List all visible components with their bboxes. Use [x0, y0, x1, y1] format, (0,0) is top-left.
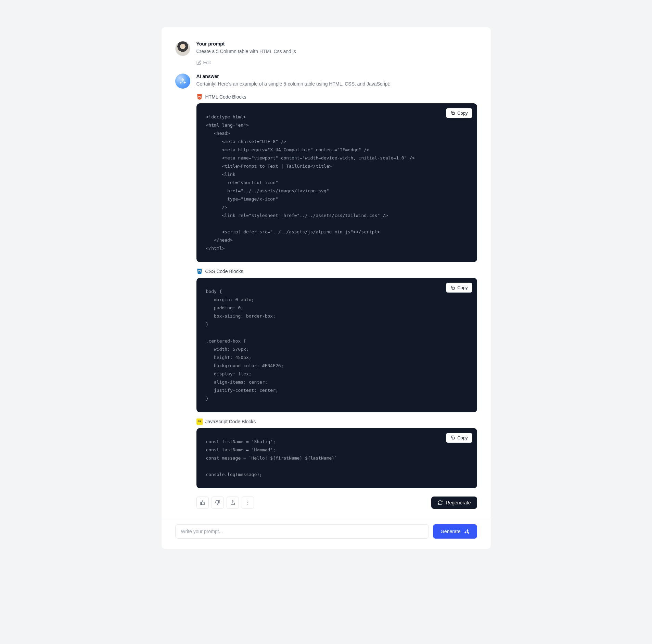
html5-icon — [196, 94, 203, 100]
copy-button[interactable]: Copy — [446, 283, 472, 293]
copy-label: Copy — [457, 435, 468, 440]
actions-row: Regenerate — [196, 497, 477, 509]
edit-button[interactable]: Edit — [196, 60, 211, 65]
user-message: Your prompt Create a 5 Column table with… — [175, 41, 477, 66]
js-code[interactable]: const fistName = 'Shafiq'; const lastNam… — [206, 438, 468, 479]
copy-icon — [450, 285, 455, 290]
more-button[interactable] — [242, 497, 254, 509]
thumbs-up-icon — [200, 500, 205, 505]
more-vertical-icon — [245, 500, 251, 505]
composer: Generate — [175, 524, 477, 539]
copy-button[interactable]: Copy — [446, 108, 472, 118]
share-button[interactable] — [227, 497, 239, 509]
generate-button[interactable]: Generate — [433, 524, 477, 539]
regenerate-label: Regenerate — [446, 500, 471, 505]
copy-button[interactable]: Copy — [446, 433, 472, 443]
chat-card: Your prompt Create a 5 Column table with… — [162, 27, 491, 549]
ai-message-body: AI answer Certainly! Here's an example o… — [196, 74, 477, 509]
css-code-block: Copy body { margin: 0 auto; padding: 0; … — [196, 278, 477, 412]
thumbs-up-button[interactable] — [196, 497, 209, 509]
regenerate-button[interactable]: Regenerate — [431, 497, 477, 509]
css-block-title: CSS Code Blocks — [196, 268, 477, 274]
html-code-block: Copy <!doctype html> <html lang="en"> <h… — [196, 103, 477, 262]
copy-label: Copy — [457, 111, 468, 116]
thumbs-down-button[interactable] — [212, 497, 224, 509]
js-block-title-text: JavaScript Code Blocks — [205, 419, 256, 424]
js-code-block: Copy const fistName = 'Shafiq'; const la… — [196, 428, 477, 488]
prompt-input[interactable] — [175, 524, 429, 539]
sparkle-icon — [179, 78, 186, 85]
svg-rect-2 — [452, 437, 454, 439]
edit-label: Edit — [203, 60, 211, 65]
ai-message-label: AI answer — [196, 74, 477, 79]
copy-icon — [450, 111, 455, 115]
svg-point-4 — [247, 501, 248, 502]
svg-point-6 — [247, 504, 248, 505]
user-message-label: Your prompt — [196, 41, 477, 47]
html-block-title-text: HTML Code Blocks — [205, 94, 246, 100]
copy-icon — [450, 435, 455, 440]
svg-rect-1 — [452, 287, 454, 289]
share-icon — [230, 500, 235, 505]
css-code[interactable]: body { margin: 0 auto; padding: 0; box-s… — [206, 287, 468, 403]
thumbs-down-icon — [215, 500, 220, 505]
js-icon: JS — [196, 418, 203, 425]
magic-wand-icon — [464, 529, 470, 534]
css-block-title-text: CSS Code Blocks — [205, 269, 243, 274]
copy-label: Copy — [457, 285, 468, 290]
html-code[interactable]: <!doctype html> <html lang="en"> <head> … — [206, 113, 468, 253]
svg-rect-0 — [452, 112, 454, 114]
ai-intro-text: Certainly! Here's an example of a simple… — [196, 80, 477, 88]
refresh-icon — [437, 500, 443, 505]
html-block-title: HTML Code Blocks — [196, 94, 477, 100]
css3-icon — [196, 268, 203, 274]
js-block-title: JS JavaScript Code Blocks — [196, 418, 477, 425]
user-avatar — [175, 41, 190, 56]
ai-avatar — [175, 74, 190, 89]
generate-label: Generate — [440, 529, 460, 534]
user-message-text: Create a 5 Column table with HTML Css an… — [196, 48, 477, 55]
user-message-body: Your prompt Create a 5 Column table with… — [196, 41, 477, 66]
edit-icon — [196, 60, 201, 65]
svg-point-5 — [247, 502, 248, 503]
divider — [162, 518, 491, 518]
feedback-buttons — [196, 497, 254, 509]
ai-message: AI answer Certainly! Here's an example o… — [175, 74, 477, 509]
